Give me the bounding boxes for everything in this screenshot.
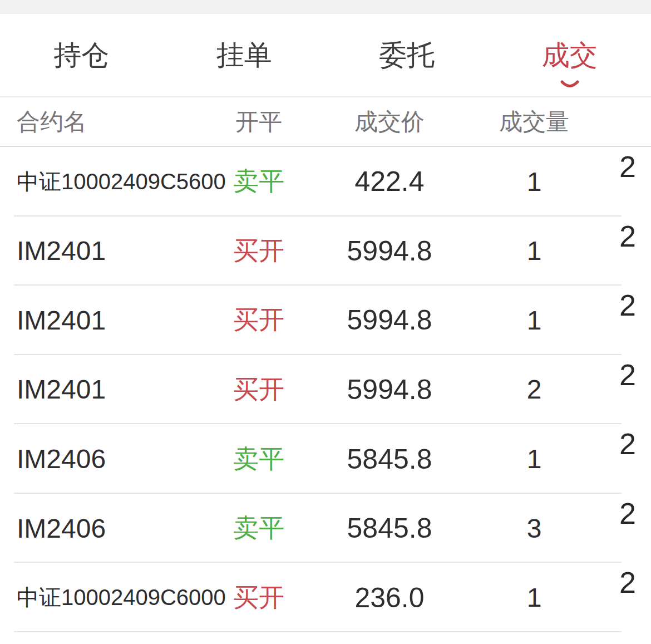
trade-row[interactable]: IM2401 买开 5994.8 1 2	[0, 217, 651, 286]
fill-price: 236.0	[300, 582, 479, 614]
tab-label: 挂单	[216, 37, 272, 74]
fill-time-truncated: 2	[619, 427, 636, 460]
tab-bar: 持仓 挂单 委托 成交	[0, 14, 651, 97]
trade-row[interactable]: 中证10002409C6000 买开 236.0 1 2	[0, 563, 651, 632]
fill-time-truncated: 2	[619, 566, 636, 599]
open-close-label: 卖平	[217, 442, 300, 476]
open-close-label: 卖平	[217, 164, 300, 199]
contract-name: 中证10002409C6000	[17, 582, 217, 613]
open-close-label: 买开	[217, 303, 300, 337]
contract-name: IM2401	[17, 305, 217, 336]
fill-price: 5845.8	[300, 512, 479, 544]
trade-row[interactable]: IM2406 卖平 5845.8 1 2	[0, 424, 651, 494]
trade-list[interactable]: 中证10002409C5600 卖平 422.4 1 2 IM2401 买开 5…	[0, 147, 651, 632]
open-close-label: 买开	[217, 581, 300, 615]
contract-name: IM2401	[17, 235, 217, 266]
fill-time-truncated: 2	[619, 220, 636, 253]
contract-name: 中证10002409C5600	[17, 166, 217, 197]
contract-name: IM2406	[17, 513, 217, 544]
fill-time-truncated: 2	[619, 497, 636, 530]
trade-row[interactable]: IM2401 买开 5994.8 2 2	[0, 355, 651, 425]
tab[interactable]: 持仓	[0, 14, 163, 96]
table-header: 合约名 开平 成交价 成交量	[0, 97, 651, 147]
contract-name: IM2401	[17, 374, 217, 405]
header-open-close: 开平	[217, 106, 300, 137]
contract-name: IM2406	[17, 444, 217, 474]
fill-time-truncated: 2	[619, 150, 636, 183]
fill-price: 5994.8	[300, 373, 479, 406]
fill-time-truncated: 2	[619, 289, 636, 322]
fill-time-truncated: 2	[619, 358, 636, 391]
fill-volume: 1	[479, 444, 590, 474]
fill-price: 5845.8	[300, 443, 479, 475]
open-close-label: 买开	[217, 234, 300, 268]
trade-row[interactable]: 中证10002409C5600 卖平 422.4 1 2	[0, 147, 651, 217]
fill-volume: 1	[479, 166, 590, 197]
tab-label: 委托	[379, 37, 435, 74]
status-bar-strip	[0, 0, 651, 14]
trade-row[interactable]: IM2401 买开 5994.8 1 2	[0, 286, 651, 355]
fill-volume: 2	[479, 374, 590, 405]
open-close-label: 买开	[217, 372, 300, 407]
active-tab-indicator	[559, 80, 580, 90]
open-close-label: 卖平	[217, 511, 300, 545]
header-fill-price: 成交价	[300, 106, 479, 137]
tab[interactable]: 挂单	[163, 14, 326, 96]
tab[interactable]: 委托	[326, 14, 489, 96]
fill-volume: 3	[479, 513, 590, 544]
header-contract: 合约名	[17, 106, 217, 137]
fill-volume: 1	[479, 305, 590, 336]
fill-price: 422.4	[300, 165, 479, 198]
fill-volume: 1	[479, 235, 590, 266]
fill-price: 5994.8	[300, 304, 479, 336]
tab-label: 成交	[542, 37, 598, 74]
tab[interactable]: 成交	[489, 14, 651, 96]
header-fill-volume: 成交量	[479, 106, 590, 137]
tab-label: 持仓	[53, 37, 109, 74]
fill-volume: 1	[479, 582, 590, 613]
trade-row[interactable]: IM2406 卖平 5845.8 3 2	[0, 494, 651, 563]
fill-price: 5994.8	[300, 235, 479, 267]
